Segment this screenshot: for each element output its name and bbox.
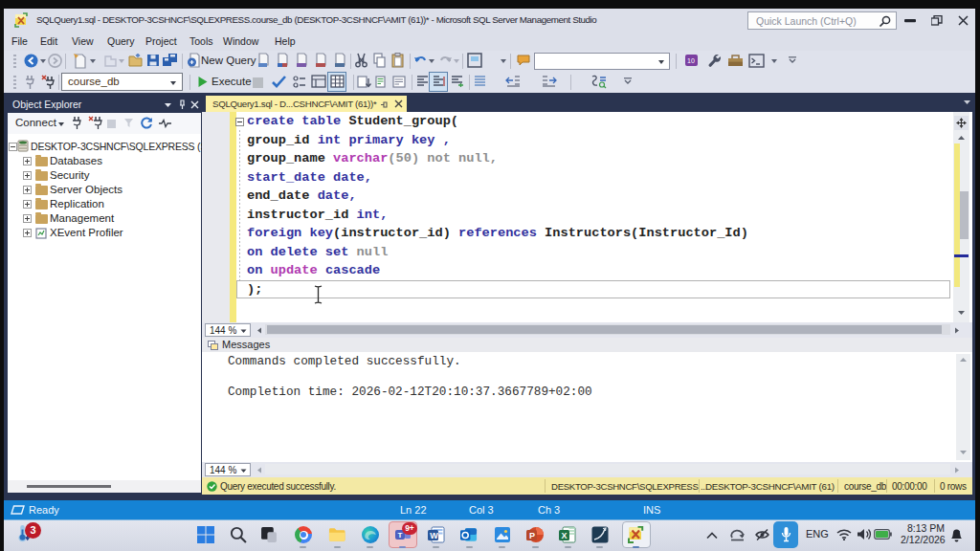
- svg-text:T: T: [397, 531, 402, 540]
- svg-text:X: X: [562, 531, 568, 540]
- svg-text:P: P: [529, 531, 535, 540]
- svg-text:10: 10: [687, 57, 695, 64]
- svg-text:W: W: [430, 531, 438, 540]
